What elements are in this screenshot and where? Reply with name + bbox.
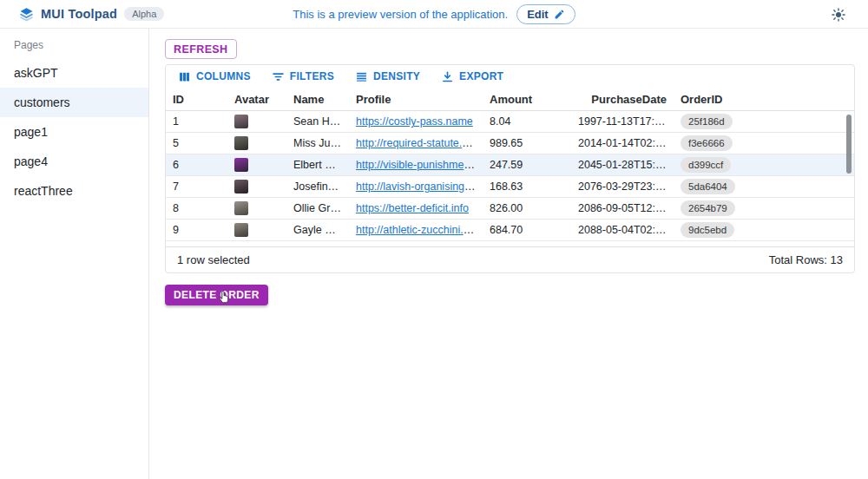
cell-orderid: d399ccf — [674, 157, 854, 173]
cell-purchasedate: 2014-01-14T02:37:28.536Z — [571, 137, 674, 149]
order-id-chip: 25f186d — [681, 114, 733, 129]
cell-orderid: 9dc5ebd — [674, 222, 854, 238]
edit-button[interactable]: Edit — [516, 4, 575, 24]
sidebar-nav: askGPT customers page1 page4 reactThree — [0, 58, 148, 206]
columns-button[interactable]: COLUMNS — [174, 69, 255, 85]
app-title: MUI Toolpad — [41, 7, 117, 21]
cell-profile: https://better-deficit.info — [349, 202, 483, 214]
column-header-purchasedate[interactable]: PurchaseDate — [571, 93, 674, 106]
filters-button-label: FILTERS — [290, 70, 334, 82]
column-header-profile[interactable]: Profile — [349, 93, 483, 106]
cell-profile: http://visible-punishment.net — [349, 159, 483, 171]
alpha-badge: Alpha — [124, 7, 164, 21]
profile-link[interactable]: http://required-statute.org — [356, 137, 477, 149]
profile-link[interactable]: https://better-deficit.info — [356, 202, 469, 214]
cell-profile: http://lavish-organising.name — [349, 180, 483, 193]
avatar-image — [234, 158, 248, 172]
density-button-label: DENSITY — [373, 70, 420, 82]
cell-orderid: 25f186d — [674, 114, 854, 129]
cell-orderid: 2654b79 — [674, 200, 854, 216]
filter-lines-icon — [272, 70, 285, 83]
table-row-5[interactable]: 8 Ollie Green… https://better-deficit.in… — [166, 198, 854, 220]
delete-order-button[interactable]: DELETE ORDER — [165, 285, 268, 305]
table-row-4[interactable]: 7 Josefina P… http://lavish-organising.n… — [166, 176, 854, 198]
edit-button-label: Edit — [527, 8, 549, 21]
cell-id: 9 — [166, 224, 227, 236]
table-row-2[interactable]: 5 Miss Juan … http://required-statute.or… — [166, 133, 854, 154]
cell-name: Elbert McL… — [286, 159, 349, 171]
avatar-image — [234, 223, 248, 237]
sidebar: Pages askGPT customers page1 page4 react… — [0, 29, 149, 479]
table-row-3-selected[interactable]: 6 Elbert McL… http://visible-punishment.… — [166, 154, 854, 176]
density-button[interactable]: DENSITY — [351, 69, 424, 85]
cell-amount: 989.65 — [483, 137, 571, 149]
cell-name: Miss Juan … — [286, 137, 349, 149]
cell-profile: https://costly-pass.name — [349, 115, 483, 128]
cell-id: 5 — [166, 137, 227, 149]
toolpad-logo-icon — [19, 7, 34, 22]
cell-name: Sean Harris — [286, 115, 349, 128]
theme-toggle-button[interactable] — [828, 4, 849, 25]
vertical-scrollbar-thumb[interactable] — [846, 115, 852, 174]
sidebar-item-askgpt[interactable]: askGPT — [0, 58, 148, 88]
cell-name: Gayle Den… — [286, 224, 349, 236]
cell-name: Ollie Green… — [286, 202, 349, 214]
cell-amount: 247.59 — [483, 159, 571, 171]
cell-orderid: 5da6404 — [674, 179, 854, 194]
profile-link[interactable]: http://athletic-zucchini.org — [356, 224, 479, 236]
order-id-chip: 5da6404 — [681, 179, 735, 194]
download-icon — [441, 70, 454, 83]
profile-link[interactable]: https://costly-pass.name — [356, 115, 473, 128]
cell-orderid: f3e6666 — [674, 135, 854, 151]
profile-link[interactable]: http://lavish-organising.name — [356, 180, 483, 193]
column-header-name[interactable]: Name — [286, 93, 349, 106]
cell-name: Josefina P… — [286, 180, 349, 193]
cell-amount: 8.04 — [483, 115, 571, 128]
cell-profile: http://athletic-zucchini.org — [349, 224, 483, 236]
cell-id: 7 — [166, 180, 227, 193]
cell-avatar — [227, 223, 286, 237]
cell-avatar — [227, 158, 286, 172]
cell-profile: http://required-statute.org — [349, 137, 483, 149]
cell-amount: 684.70 — [483, 224, 571, 236]
sidebar-item-reactthree[interactable]: reactThree — [0, 176, 148, 206]
profile-link[interactable]: http://visible-punishment.net — [356, 159, 483, 171]
export-button-label: EXPORT — [459, 70, 503, 82]
order-id-chip: f3e6666 — [681, 135, 733, 151]
cell-avatar — [227, 180, 286, 194]
pencil-icon — [554, 9, 565, 20]
main-content: REFRESH COLUMNS — [149, 29, 868, 479]
table-row-6[interactable]: 9 Gayle Den… http://athletic-zucchini.or… — [166, 220, 854, 241]
total-rows-count: Total Rows: 13 — [769, 253, 843, 266]
refresh-button[interactable]: REFRESH — [165, 39, 237, 59]
filters-button[interactable]: FILTERS — [267, 69, 339, 85]
density-rows-icon — [355, 70, 368, 83]
grid-footer: 1 row selected Total Rows: 13 — [166, 246, 854, 272]
cell-id: 1 — [166, 115, 227, 128]
grid-toolbar: COLUMNS FILTERS — [166, 65, 854, 88]
sidebar-item-page4[interactable]: page4 — [0, 147, 148, 176]
sidebar-item-page1[interactable]: page1 — [0, 117, 148, 147]
cell-purchasedate: 2045-01-28T15:40:06.325Z — [571, 159, 674, 171]
column-header-amount[interactable]: Amount — [483, 93, 571, 106]
cell-purchasedate: 2088-05-04T02:31:03.294Z — [571, 224, 674, 236]
table-row-1[interactable]: 1 Sean Harris https://costly-pass.name 8… — [166, 111, 854, 133]
cell-avatar — [227, 115, 286, 128]
sun-icon — [831, 7, 846, 23]
order-id-chip: d399ccf — [681, 157, 731, 173]
column-header-avatar[interactable]: Avatar — [227, 93, 286, 106]
order-id-chip: 2654b79 — [681, 200, 735, 216]
topbar: MUI Toolpad Alpha This is a preview vers… — [0, 0, 868, 29]
cell-purchasedate: 2076-03-29T23:51:07.968Z — [571, 180, 674, 193]
selection-status: 1 row selected — [177, 253, 250, 266]
columns-button-label: COLUMNS — [196, 70, 251, 82]
data-grid: COLUMNS FILTERS — [165, 64, 855, 273]
export-button[interactable]: EXPORT — [437, 69, 508, 85]
cell-purchasedate: 1997-11-13T17:24:11.769Z — [571, 115, 674, 128]
grid-rows: 1 Sean Harris https://costly-pass.name 8… — [166, 111, 854, 241]
column-header-orderid[interactable]: OrderID — [674, 93, 854, 106]
column-header-id[interactable]: ID — [166, 93, 227, 106]
sidebar-item-customers[interactable]: customers — [0, 88, 148, 117]
avatar-image — [234, 180, 248, 194]
order-id-chip: 9dc5ebd — [681, 222, 734, 238]
